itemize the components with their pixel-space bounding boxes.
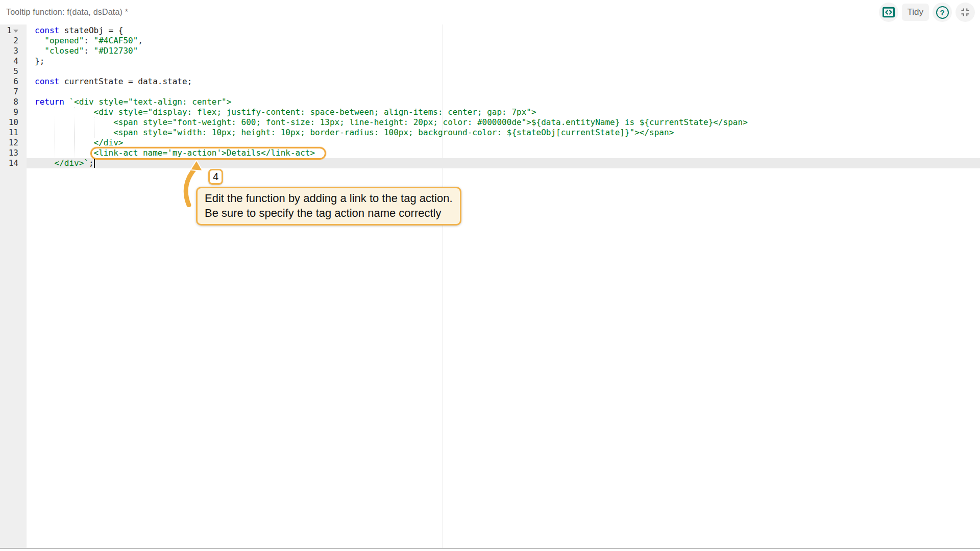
page-title: Tooltip function: f(data, dsData) * <box>6 8 128 17</box>
code-line: }; <box>35 56 44 66</box>
code-block-icon <box>881 5 896 19</box>
code-token: currentState = data.state; <box>59 77 192 86</box>
code-token: const <box>35 77 59 86</box>
active-line-highlight <box>27 158 980 168</box>
gutter-line-number[interactable]: 12 <box>0 138 27 148</box>
code-token: "closed" <box>44 46 84 56</box>
fold-icon[interactable] <box>13 30 18 33</box>
code-token: `<div style="text-align: center"> <box>69 97 231 107</box>
gutter-line-number[interactable]: 8 <box>0 97 27 107</box>
code-line: "opened": "#4CAF50", <box>35 36 143 46</box>
code-line: <span style="width: 10px; height: 10px; … <box>35 128 674 138</box>
tooltip-line: Be sure to specify the tag action name c… <box>205 206 453 220</box>
annotation-tooltip: Edit the function by adding a link to th… <box>196 187 461 226</box>
code-token: : <box>84 36 93 45</box>
fullscreen-exit-button[interactable] <box>955 3 975 22</box>
help-button[interactable]: ? <box>933 3 952 22</box>
code-line: return `<div style="text-align: center"> <box>35 97 231 107</box>
code-line: <div style="display: flex; justify-conte… <box>35 107 536 117</box>
code-token: const <box>35 26 59 35</box>
header: Tooltip function: f(data, dsData) * Tidy… <box>0 0 980 24</box>
text-cursor <box>94 159 95 168</box>
gutter-line-number[interactable]: 4 <box>0 56 27 66</box>
gutter-line-number[interactable]: 11 <box>0 128 27 138</box>
code-token: : <box>84 46 93 56</box>
gutter-line-number[interactable]: 10 <box>0 117 27 128</box>
code-token: <div style="display: flex; justify-conte… <box>35 107 536 117</box>
code-token <box>35 46 44 56</box>
step-badge: 4 <box>208 169 223 185</box>
gutter-line-number[interactable]: 13 <box>0 148 27 158</box>
code-line: const currentState = data.state; <box>35 77 192 87</box>
code-highlight-outline <box>90 147 326 160</box>
help-icon: ? <box>936 6 949 19</box>
code-token: stateObj = { <box>59 26 123 35</box>
code-editor[interactable]: 1234567891011121314 const stateObj = { "… <box>0 24 980 549</box>
code-line: </div>`; <box>35 158 94 168</box>
code-area[interactable]: const stateObj = { "opened": "#4CAF50", … <box>27 26 980 548</box>
code-token: <span style="font-weight: 600; font-size… <box>35 117 748 127</box>
gutter-line-number[interactable]: 6 <box>0 77 27 87</box>
gutter-line-number[interactable]: 5 <box>0 66 27 77</box>
code-line: </div> <box>35 138 123 148</box>
code-line: <span style="font-weight: 600; font-size… <box>35 117 748 128</box>
gutter-line-number[interactable]: 7 <box>0 87 27 97</box>
code-line: const stateObj = { <box>35 26 123 36</box>
code-line: "closed": "#D12730" <box>35 46 138 56</box>
code-token: "opened" <box>44 36 84 45</box>
code-token: </div>` <box>35 158 89 168</box>
gutter-line-number[interactable]: 2 <box>0 36 27 46</box>
code-token: ; <box>89 158 94 168</box>
code-token <box>35 36 44 45</box>
code-token: , <box>138 36 143 45</box>
code-token: }; <box>35 56 44 66</box>
gutter-line-number[interactable]: 9 <box>0 107 27 117</box>
gutter-line-number[interactable]: 14 <box>0 158 27 168</box>
code-block-button[interactable] <box>879 3 898 22</box>
fullscreen-exit-icon <box>959 6 972 19</box>
code-token <box>64 97 69 107</box>
code-token: "#D12730" <box>94 46 138 56</box>
code-token: return <box>35 97 64 107</box>
gutter-line-number[interactable]: 3 <box>0 46 27 56</box>
gutter: 1234567891011121314 <box>0 24 27 548</box>
gutter-line-number[interactable]: 1 <box>0 26 27 36</box>
tooltip-line: Edit the function by adding a link to th… <box>205 191 453 206</box>
code-token: "#4CAF50" <box>94 36 138 45</box>
tidy-button[interactable]: Tidy <box>902 4 929 21</box>
code-token: <span style="width: 10px; height: 10px; … <box>35 128 674 137</box>
code-token: </div> <box>35 138 123 147</box>
header-actions: Tidy ? <box>879 3 975 22</box>
